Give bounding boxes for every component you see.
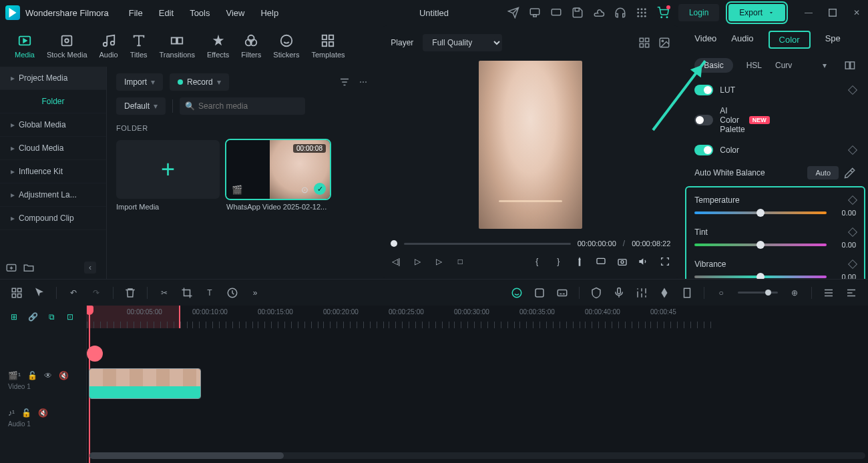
sidebar-folder[interactable]: Folder bbox=[0, 90, 106, 113]
cloud-icon[interactable] bbox=[593, 7, 605, 19]
play-icon[interactable]: ▷ bbox=[433, 256, 444, 267]
snapshot-icon[interactable] bbox=[617, 256, 628, 267]
text-icon[interactable]: T bbox=[204, 287, 216, 299]
menu-help[interactable]: Help bbox=[260, 8, 278, 18]
eye-icon[interactable]: 👁 bbox=[44, 371, 52, 380]
cart-icon[interactable] bbox=[657, 7, 669, 19]
tab-stock-media[interactable]: Stock Media bbox=[45, 31, 89, 61]
menu-file[interactable]: File bbox=[129, 8, 143, 18]
sidebar-adjustment[interactable]: ▸Adjustment La... bbox=[0, 183, 106, 207]
delete-icon[interactable] bbox=[124, 287, 136, 299]
fullscreen-icon[interactable] bbox=[660, 256, 670, 267]
sidebar-influence[interactable]: ▸Influence Kit bbox=[0, 160, 106, 183]
login-button[interactable]: Login bbox=[678, 4, 719, 21]
circle-marker[interactable] bbox=[87, 346, 103, 362]
grid-view-icon[interactable] bbox=[638, 37, 650, 49]
sort-default[interactable]: Default ▾ bbox=[116, 97, 166, 115]
tab-media[interactable]: Media bbox=[13, 31, 36, 61]
lut-toggle[interactable] bbox=[694, 85, 713, 95]
ai-face-icon[interactable] bbox=[511, 287, 523, 299]
tl-magnet-icon[interactable]: ⧉ bbox=[45, 311, 57, 323]
rp-tab-video[interactable]: Video bbox=[694, 31, 716, 49]
zoom-out-icon[interactable]: ○ bbox=[715, 287, 727, 299]
crop-icon[interactable] bbox=[181, 287, 193, 299]
close-icon[interactable]: ✕ bbox=[851, 7, 863, 19]
media-clip-card[interactable]: 00:00:08 🎬 ⊙ ✓ WhatsApp Video 2025-02-12… bbox=[226, 140, 330, 211]
vibrance-keyframe[interactable] bbox=[848, 260, 857, 269]
mixer-icon[interactable] bbox=[636, 287, 648, 299]
add-folder-icon[interactable] bbox=[5, 262, 17, 274]
tab-audio[interactable]: Audio bbox=[98, 31, 120, 61]
image-view-icon[interactable] bbox=[658, 37, 670, 49]
marker-add-icon[interactable] bbox=[681, 287, 693, 299]
eyedropper-icon[interactable] bbox=[844, 167, 856, 179]
marker-icon[interactable] bbox=[574, 256, 585, 267]
timeline-tracks-area[interactable]: 00:00:05:00 00:00:10:00 00:00:15:00 00:0… bbox=[87, 306, 868, 463]
export-button[interactable]: Export bbox=[728, 4, 785, 21]
mark-out-icon[interactable]: } bbox=[553, 256, 564, 267]
tint-keyframe[interactable] bbox=[848, 227, 857, 237]
mark-in-icon[interactable]: { bbox=[531, 256, 542, 267]
record-button[interactable]: Record ▾ bbox=[170, 73, 229, 91]
sidebar-header[interactable]: ▸Project Media bbox=[0, 67, 106, 90]
undo-icon[interactable]: ↶ bbox=[67, 287, 79, 299]
apps-icon[interactable] bbox=[636, 7, 648, 19]
tab-templates[interactable]: Templates bbox=[310, 31, 346, 61]
tab-stickers[interactable]: Stickers bbox=[272, 31, 300, 61]
prev-frame-icon[interactable]: ◁| bbox=[391, 256, 401, 267]
menu-edit[interactable]: Edit bbox=[159, 8, 174, 18]
video-clip[interactable] bbox=[89, 368, 201, 399]
send-icon[interactable] bbox=[507, 7, 519, 19]
tab-effects[interactable]: Effects bbox=[206, 31, 230, 61]
tab-titles[interactable]: Titles bbox=[129, 31, 149, 61]
folder-icon[interactable] bbox=[23, 262, 35, 274]
tint-slider[interactable] bbox=[694, 244, 827, 246]
import-media-card[interactable]: + Import Media bbox=[116, 140, 220, 211]
import-button[interactable]: Import ▾ bbox=[116, 73, 163, 91]
timeline-ruler[interactable]: 00:00:05:00 00:00:10:00 00:00:15:00 00:0… bbox=[87, 306, 868, 328]
scrub-handle[interactable] bbox=[391, 240, 397, 247]
cut-icon[interactable]: ✂ bbox=[158, 287, 170, 299]
tl-auto-icon[interactable]: ⊡ bbox=[64, 311, 76, 323]
subtab-curves[interactable]: Curv bbox=[775, 61, 792, 70]
collapse-icon[interactable]: ‹ bbox=[84, 262, 96, 274]
list-icon[interactable] bbox=[823, 287, 835, 299]
subtab-hsl[interactable]: HSL bbox=[746, 61, 762, 70]
lock-icon[interactable]: 🔓 bbox=[21, 408, 31, 418]
chevron-down-icon[interactable]: ▾ bbox=[819, 59, 831, 71]
mic-icon[interactable] bbox=[613, 287, 625, 299]
headphones-icon[interactable] bbox=[614, 7, 626, 19]
rp-tab-color[interactable]: Color bbox=[769, 31, 811, 49]
keyframe-icon[interactable] bbox=[658, 287, 670, 299]
temperature-slider[interactable] bbox=[694, 211, 827, 214]
color-toggle[interactable] bbox=[694, 145, 713, 155]
display-icon[interactable] bbox=[596, 256, 606, 267]
rp-tab-speed[interactable]: Spe bbox=[825, 31, 841, 49]
track-settings-icon[interactable] bbox=[845, 287, 857, 299]
menu-view[interactable]: View bbox=[226, 8, 244, 18]
minimize-icon[interactable]: — bbox=[803, 7, 815, 19]
ai-palette-toggle[interactable] bbox=[694, 115, 713, 125]
shield-icon[interactable] bbox=[590, 287, 602, 299]
filter-icon[interactable] bbox=[339, 76, 351, 88]
sidebar-compound[interactable]: ▸Compound Clip bbox=[0, 207, 106, 230]
tab-filters[interactable]: Filters bbox=[240, 31, 262, 61]
audio-track-icon[interactable]: ♪¹ bbox=[8, 408, 15, 418]
tab-transitions[interactable]: Transitions bbox=[158, 31, 196, 61]
rp-tab-audio[interactable]: Audio bbox=[731, 31, 753, 49]
compare-icon[interactable] bbox=[844, 59, 856, 71]
vibrance-slider[interactable] bbox=[694, 276, 827, 278]
tl-add-icon[interactable]: ⊞ bbox=[8, 311, 20, 323]
menu-tools[interactable]: Tools bbox=[190, 8, 210, 18]
auto-wb-button[interactable]: Auto bbox=[807, 166, 839, 179]
clip-settings-icon[interactable]: ⊙ bbox=[301, 185, 308, 195]
subtitle-icon[interactable] bbox=[556, 287, 568, 299]
device-icon[interactable] bbox=[529, 7, 541, 19]
screen-icon[interactable] bbox=[550, 7, 562, 19]
search-input[interactable] bbox=[180, 97, 305, 115]
speed-icon[interactable] bbox=[226, 287, 238, 299]
sidebar-cloud[interactable]: ▸Cloud Media bbox=[0, 137, 106, 160]
stop-icon[interactable]: □ bbox=[455, 256, 465, 267]
pointer-icon[interactable] bbox=[33, 287, 45, 299]
play-pause-icon[interactable]: ▷ bbox=[412, 256, 423, 267]
